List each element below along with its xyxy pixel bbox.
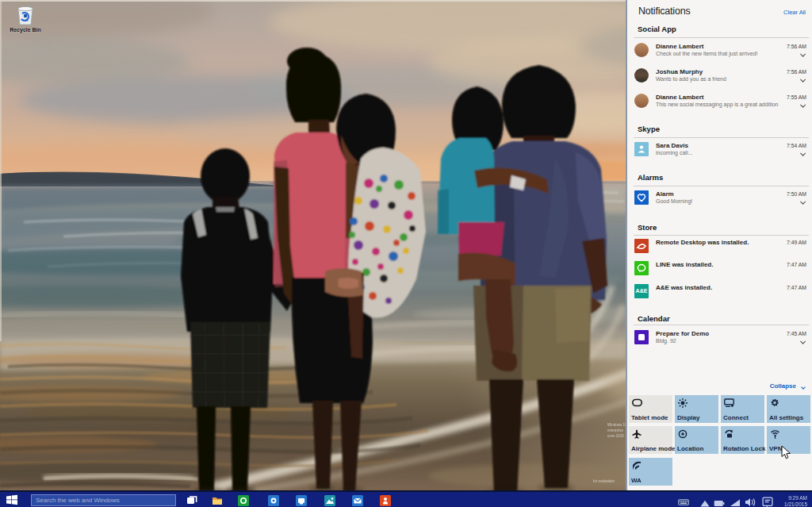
svg-text:enterprise: enterprise: [607, 428, 624, 432]
svg-text:cons 2015: cons 2015: [607, 434, 624, 438]
svg-text:for evaluation: for evaluation: [593, 479, 615, 483]
svg-text:Windows 10: Windows 10: [607, 423, 627, 427]
